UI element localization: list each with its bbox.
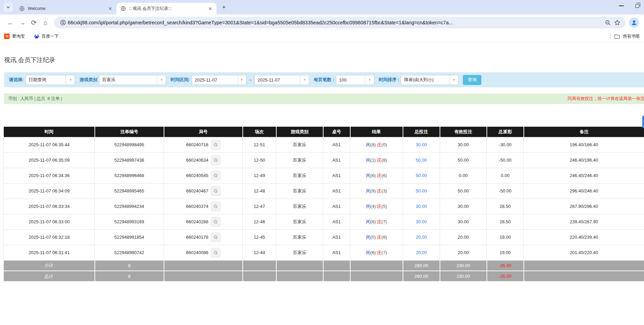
- cell-session: 12-45: [243, 229, 276, 245]
- home-icon[interactable]: ⌂: [40, 17, 51, 28]
- column-header: 备注: [524, 127, 644, 137]
- table-row: 2025-11-07 06:33:34522948994234660240374…: [4, 199, 644, 214]
- bookmark-star-icon[interactable]: [613, 18, 622, 27]
- column-header: 总派彩: [487, 127, 524, 137]
- cell-round: 660240545: [164, 168, 243, 183]
- chevron-down-icon: ▼: [237, 75, 246, 85]
- cell-bet-id: 522948996468: [95, 168, 164, 183]
- profile-avatar[interactable]: [629, 17, 639, 28]
- sum-cell: [323, 260, 350, 271]
- cell-payout: 28.50: [487, 214, 524, 229]
- video-icon: [213, 173, 219, 179]
- total-bet-link[interactable]: 30.00: [416, 204, 427, 209]
- cell-time: 2025-11-07 06:35:44: [4, 137, 95, 152]
- column-header: 有效投注: [440, 127, 487, 137]
- close-icon[interactable]: ✕: [207, 6, 213, 11]
- cell-remark: 201.40/220.40: [524, 245, 644, 260]
- cell-session: 12-46: [243, 214, 276, 229]
- cell-round: 660240467: [164, 183, 243, 199]
- cell-table-number: AS1: [323, 229, 350, 245]
- video-icon: [213, 250, 219, 256]
- per-page-select[interactable]: 100 ▼: [336, 75, 374, 85]
- total-bet-link[interactable]: 50.00: [416, 188, 427, 193]
- cell-table-number: AS1: [323, 214, 350, 229]
- total-bet-link[interactable]: 30.00: [416, 142, 427, 147]
- sum-cell: [164, 271, 243, 282]
- sum-cell: -35.00: [487, 271, 524, 282]
- cell-game-type: 百家乐: [276, 229, 323, 245]
- scrollbar-thumb[interactable]: [642, 116, 644, 128]
- back-icon[interactable]: ←: [5, 17, 16, 28]
- new-tab-button[interactable]: +: [219, 2, 229, 12]
- table-row: 2025-11-07 06:33:00522948993169660240288…: [4, 214, 644, 229]
- bookmark-baidu[interactable]: 百度一下: [34, 34, 59, 39]
- close-icon[interactable]: ✕: [108, 6, 113, 11]
- reload-icon[interactable]: ⟳: [28, 17, 40, 28]
- sum-cell: [524, 271, 644, 282]
- minimize-icon[interactable]: [619, 5, 624, 6]
- cell-session: 12-50: [243, 152, 276, 168]
- bookmark-label: 爱淘宝: [12, 34, 25, 39]
- query-mode-select[interactable]: 日期查询 ▼: [25, 75, 75, 85]
- bookmark-taobao[interactable]: 淘 爱淘宝: [4, 34, 25, 39]
- cell-payout: 19.00: [487, 229, 524, 245]
- cell-payout: 28.50: [487, 199, 524, 214]
- divider: [610, 33, 611, 39]
- video-icon: [213, 219, 219, 225]
- video-replay-button[interactable]: [211, 155, 220, 165]
- cell-game-type: 百家乐: [276, 199, 323, 214]
- cell-session: 12-51: [243, 137, 276, 152]
- round-number: 660240374: [186, 204, 208, 209]
- address-bar[interactable]: 66cxkj98.com/ipl/portal.php/game/betreco…: [54, 17, 626, 28]
- video-icon: [213, 188, 219, 194]
- cell-total-bet: 30.00: [403, 137, 440, 152]
- video-replay-button[interactable]: [211, 248, 220, 258]
- sum-cell: [243, 260, 276, 271]
- chevron-down-icon: [6, 5, 10, 9]
- cell-bet-id: 522948991854: [95, 229, 164, 245]
- column-header: 场次: [243, 127, 276, 137]
- total-bet-link[interactable]: 20.00: [416, 235, 427, 240]
- cell-total-bet: 20.00: [403, 229, 440, 245]
- search-button[interactable]: 查询: [463, 75, 481, 85]
- tab-search-button[interactable]: [3, 2, 13, 12]
- cell-result: 闲(6) 庄(7): [350, 245, 403, 260]
- forward-icon[interactable]: →: [16, 17, 28, 28]
- cell-valid-bet: 30.00: [440, 199, 487, 214]
- round-number: 660240545: [186, 173, 208, 178]
- cell-table-number: AS1: [323, 245, 350, 260]
- browser-toolbar: ← → ⟳ ⌂ 66cxkj98.com/ipl/portal.php/game…: [0, 14, 644, 31]
- video-replay-button[interactable]: [211, 233, 220, 242]
- cell-game-type: 百家乐: [276, 152, 323, 168]
- zoom-out-icon[interactable]: [603, 18, 613, 27]
- all-bookmarks-button[interactable]: 所有书签: [614, 34, 640, 39]
- restore-icon[interactable]: [635, 4, 639, 8]
- column-header: 局号: [164, 127, 243, 137]
- cell-round: 660240288: [164, 214, 243, 229]
- sum-cell: [350, 271, 403, 282]
- taobao-icon: 淘: [4, 34, 10, 39]
- bookmarks-bar: 淘 爱淘宝 百度一下 所有书签: [0, 31, 644, 42]
- summary-bar: 币别 : 人民币 | 总共 :8 注单 | 同局有效投注，统一计算在该局第一张注…: [4, 93, 644, 104]
- tab-welcome[interactable]: Welcome ✕: [15, 3, 116, 14]
- cell-remark: 246.40/246.40: [524, 168, 644, 183]
- total-bet-link[interactable]: 50.00: [416, 173, 427, 178]
- video-replay-button[interactable]: [211, 171, 220, 180]
- cell-valid-bet: 30.00: [440, 137, 487, 152]
- total-bet-link[interactable]: 20.00: [416, 250, 427, 255]
- round-number: 660240718: [186, 142, 208, 147]
- game-type-select[interactable]: 百家乐 ▼: [99, 75, 166, 85]
- date-to-select[interactable]: 2025-11-07 ▼: [254, 75, 309, 85]
- total-bet-link[interactable]: 30.00: [416, 219, 427, 224]
- video-replay-button[interactable]: [211, 217, 220, 227]
- video-replay-button[interactable]: [211, 202, 220, 211]
- date-from-select[interactable]: 2025-11-07 ▼: [192, 75, 247, 85]
- time-sort-select[interactable]: 降幂(由大到小) ▼: [401, 75, 458, 85]
- tab-bet-record[interactable]: :::视讯 会员下注纪录::: ✕: [116, 3, 216, 14]
- video-replay-button[interactable]: [211, 186, 220, 196]
- site-settings-icon[interactable]: [58, 18, 68, 27]
- video-replay-button[interactable]: [211, 140, 220, 150]
- round-number: 660240634: [186, 158, 208, 163]
- total-bet-link[interactable]: 50.00: [416, 158, 427, 163]
- cell-time: 2025-11-07 06:35:09: [4, 152, 95, 168]
